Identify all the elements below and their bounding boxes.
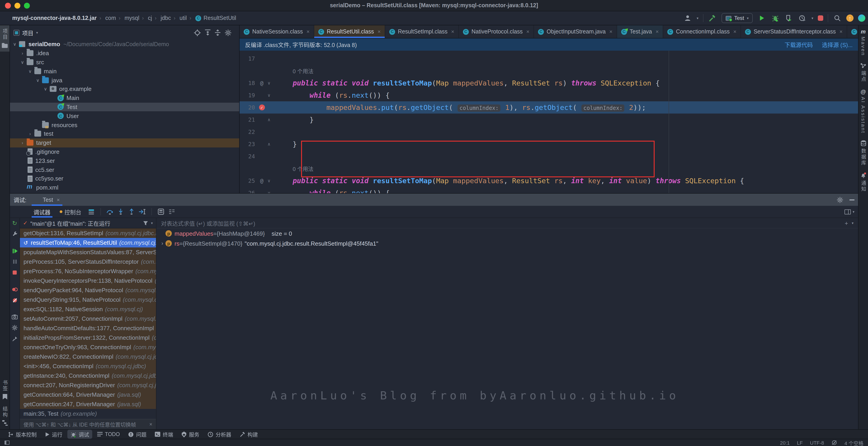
project-panel-title[interactable]: 项目 [22,28,33,37]
editor-tab[interactable] [847,25,858,38]
close-tab-icon[interactable]: × [307,29,310,35]
breadcrumb-item[interactable]: mysql-connector-java-8.0.12.jar [6,15,97,21]
stack-frame-row[interactable]: getConnection:664, DriverManager (java.s… [20,390,156,399]
code-line[interactable]: 22 [240,126,858,138]
close-tab-icon[interactable]: × [526,29,529,35]
debug-settings-gear-icon[interactable] [11,324,18,331]
toolbar-tab-services[interactable]: 服务 [178,430,203,439]
editor-tab[interactable]: ResultSetUtil.class × [314,25,385,38]
tree-row[interactable]: › target [10,139,239,147]
toolbar-tab-profiler[interactable]: 分析器 [204,430,235,439]
rerun-icon[interactable]: ↻ [11,220,18,227]
stack-frame-row[interactable]: execSQL:1182, NativeSession (com.mysql.c… [20,304,156,314]
stack-frame-row[interactable]: sendQueryPacket:964, NativeProtocol (com… [20,286,156,295]
stop-icon[interactable] [11,269,18,276]
tree-row[interactable]: › test [10,129,239,139]
gutter-annotation[interactable]: @ [258,178,266,184]
sidebar-tab-ai-assistant[interactable]: @ AI Assistant [859,86,868,137]
step-over-icon[interactable] [105,207,114,216]
sidebar-tab-maven[interactable]: m Maven [859,25,868,59]
close-window-button[interactable] [5,2,11,8]
editor-tab[interactable]: ObjectInputStream.java × [534,25,617,38]
stack-frame-row[interactable]: getObject:1316, ResultSetImpl (com.mysql… [20,229,156,238]
code-line[interactable]: 24 [240,150,858,162]
tree-chevron-icon[interactable]: ∨ [35,78,41,83]
stack-frame-row[interactable]: connectOneTryOnly:963, ConnectionImpl (c… [20,343,156,352]
stack-frame-row[interactable]: initializePropsFromServer:1322, Connecti… [20,333,156,343]
line-ending[interactable]: LF [797,440,803,445]
tree-row[interactable]: 123.ser [10,156,239,165]
tree-row[interactable]: ∨ main [10,67,239,76]
add-watch-icon[interactable]: + [845,219,848,227]
toolbar-tab-terminal[interactable]: 终端 [151,430,176,439]
tree-row[interactable]: ∨ java [10,76,239,85]
editor-tab[interactable]: NativeSession.class × [240,25,314,38]
breadcrumb-item[interactable]: › util [172,15,187,21]
breadcrumb-item[interactable]: › com [98,15,116,21]
close-tab-icon[interactable]: × [839,29,843,35]
fold-marker-icon[interactable]: ∨ [266,178,272,183]
code-line[interactable]: 25@∨public static void resultSetToMap(Ma… [240,175,858,187]
tree-chevron-icon[interactable]: ∨ [27,69,33,74]
plugin-sphere-icon[interactable] [858,14,865,22]
view-breakpoints-icon[interactable] [11,286,18,293]
run-to-cursor-icon[interactable] [138,207,147,216]
tree-chevron-icon[interactable]: › [20,51,25,56]
zoom-window-button[interactable] [24,2,30,8]
tree-row[interactable]: Main [10,94,239,103]
debug-session-tab[interactable]: Test × [32,194,63,206]
code-line[interactable]: 0 个用法 [240,162,858,175]
editor-tab[interactable]: ConnectionImpl.class × [663,25,741,38]
profiler-button[interactable] [798,13,807,23]
editor-tab[interactable]: NativeProtocol.class × [459,25,534,38]
stack-frame-row[interactable]: invokeQueryInterceptorsPre:1138, NativeP… [20,276,156,286]
gear-icon[interactable] [225,29,231,36]
user-avatar-icon[interactable] [683,13,692,23]
stack-frame-row[interactable]: preProcess:105, ServerStatusDiffIntercep… [20,257,156,266]
gutter-annotation[interactable] [258,105,266,110]
tree-row[interactable]: ∨ org.example [10,85,239,94]
gutter-annotation[interactable]: @ [258,80,266,86]
breadcrumb-item[interactable]: › jdbc [153,15,171,21]
tree-row[interactable]: Test [10,102,239,112]
stack-frame-row[interactable]: sendQueryString:915, NativeProtocol (com… [20,295,156,304]
hide-panel-icon[interactable] [849,199,855,200]
tool-window-switcher-icon[interactable] [4,441,9,445]
variable-row[interactable]: p mappedValues = {HashMap@1469} size = 0 [156,229,858,238]
read-only-icon[interactable] [831,440,837,446]
run-button[interactable] [757,13,766,23]
toolbar-tab-debug[interactable]: 调试 [67,430,92,439]
code-line[interactable]: 0 个用法 [240,65,858,77]
caret-position[interactable]: 20:1 [780,440,790,445]
settings-columns-icon[interactable] [167,207,176,216]
gear-icon[interactable] [837,197,843,203]
download-sources-link[interactable]: 下载源代码 [784,40,813,49]
stop-button[interactable] [818,16,823,21]
fold-marker-icon[interactable]: ∨ [266,93,272,98]
file-encoding[interactable]: UTF-8 [810,440,824,445]
breadcrumb-item[interactable]: › cj [140,15,152,21]
stack-frame-row[interactable]: getInstance:240, ConnectionImpl (com.mys… [20,371,156,380]
step-out-icon[interactable] [127,207,136,216]
close-tab-icon[interactable]: × [377,29,381,35]
tree-chevron-icon[interactable]: › [27,131,33,137]
minimize-window-button[interactable] [14,2,20,8]
editor-tab[interactable]: Test.java × [617,25,663,38]
watch-expression-input[interactable]: 对表达式求值 (↵) 或添加监视 (⇧⌘↵) + ▾ [156,218,858,229]
code-line[interactable]: 26∨while (rs.next()) { [240,187,858,193]
mute-breakpoints-icon[interactable] [11,297,18,303]
sidebar-tab-structure[interactable]: 结构 [0,403,9,429]
run-configuration-selector[interactable]: Test ▾ [721,13,753,23]
evaluate-expression-icon[interactable] [156,207,165,216]
close-tab-icon[interactable]: × [451,29,454,35]
collapse-all-icon[interactable] [215,29,221,36]
build-hammer-icon[interactable] [708,13,717,23]
stack-frame-row[interactable]: handleAutoCommitDefaults:1377, Connectio… [20,323,156,333]
tree-row[interactable]: cc5.ser [10,165,239,174]
toolbar-tab-todo[interactable]: TODO [94,430,123,438]
stack-frame-row[interactable]: preProcess:76, NoSubInterceptorWrapper (… [20,266,156,276]
thread-selector[interactable]: ✓ "main"@1 在组"main": 正在运行 ▾ [20,218,156,229]
code-line[interactable]: 17 [240,53,858,65]
sidebar-tab-project[interactable]: 项目 [0,25,9,52]
show-execution-point-icon[interactable] [87,207,96,216]
